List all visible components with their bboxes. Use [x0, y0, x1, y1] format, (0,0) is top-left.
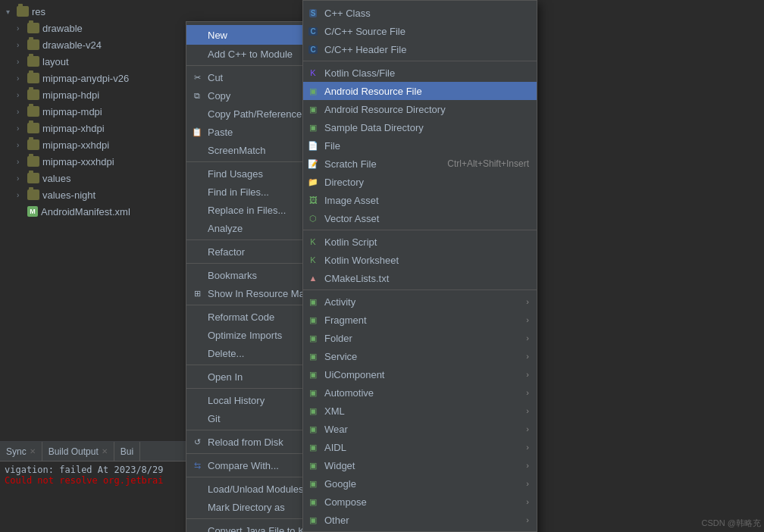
- tab-build-output[interactable]: Build Output ✕: [42, 442, 114, 461]
- submenu-arrow: ›: [526, 406, 529, 415]
- file-tree: ▾ res › drawable › drawable-v24 › layout…: [0, 0, 186, 532]
- scratch-icon: 📝: [306, 157, 320, 171]
- submenu-item-kotlin-worksheet[interactable]: K Kotlin Worksheet: [303, 251, 537, 269]
- submenu-item-image-asset[interactable]: 🖼 Image Asset: [303, 191, 537, 209]
- xml-icon: ▣: [306, 404, 320, 418]
- tree-item-mipmap-xhdpi[interactable]: › mipmap-xhdpi: [0, 120, 186, 136]
- folder-icon: [27, 139, 39, 150]
- submenu-item-service[interactable]: ▣ Service ›: [303, 347, 537, 365]
- submenu-item-directory[interactable]: 📁 Directory: [303, 173, 537, 191]
- submenu-item-vector-asset[interactable]: ⬡ Vector Asset: [303, 209, 537, 227]
- submenu-item-c-header[interactable]: C C/C++ Header File: [303, 40, 537, 58]
- tree-item-mipmap-xxhdpi[interactable]: › mipmap-xxhdpi: [0, 136, 186, 153]
- submenu-item-c-source[interactable]: C C/C++ Source File: [303, 22, 537, 40]
- menu-label: Reformat Code: [208, 311, 274, 323]
- folder-icon: [27, 56, 39, 67]
- tree-item-mipmap-hdpi[interactable]: › mipmap-hdpi: [0, 86, 186, 103]
- submenu-label: Activity: [324, 296, 355, 308]
- expand-arrow: ›: [17, 158, 27, 166]
- tree-label: mipmap-mdpi: [42, 106, 102, 117]
- submenu-label: Android Resource Directory: [324, 104, 446, 115]
- compare-icon: ⇆: [191, 459, 203, 471]
- widget-icon: ▣: [306, 458, 320, 472]
- aidl-icon: ▣: [306, 440, 320, 454]
- tab-build-close[interactable]: ✕: [102, 447, 108, 455]
- file-icon: 📄: [306, 139, 320, 152]
- tree-item-values-night[interactable]: › values-night: [0, 186, 186, 203]
- folder-icon: [27, 39, 39, 50]
- submenu-arrow: ›: [526, 370, 529, 379]
- tree-item-values[interactable]: › values: [0, 170, 186, 186]
- cmake-icon: ▲: [306, 271, 320, 285]
- submenu-arrow: ›: [526, 388, 529, 397]
- tree-item-res[interactable]: ▾ res: [0, 3, 186, 20]
- menu-label: Analyze: [208, 223, 243, 234]
- submenu-label: Widget: [324, 460, 355, 471]
- submenu-item-android-resource[interactable]: ▣ Android Resource File: [303, 82, 537, 100]
- menu-label: Local History: [208, 395, 265, 406]
- separator: [303, 289, 537, 290]
- tree-item-mipmap-mdpi[interactable]: › mipmap-mdpi: [0, 103, 186, 120]
- tree-item-layout[interactable]: › layout: [0, 53, 186, 70]
- folder-icon: [27, 106, 39, 117]
- ui-component-icon: ▣: [306, 368, 320, 381]
- other-icon: ▣: [306, 513, 320, 527]
- submenu-item-other[interactable]: ▣ Other ›: [303, 511, 537, 529]
- submenu-item-xml[interactable]: ▣ XML ›: [303, 402, 537, 420]
- submenu-item-fragment[interactable]: ▣ Fragment ›: [303, 311, 537, 329]
- submenu-label: Folder: [324, 333, 352, 344]
- submenu-item-cmake[interactable]: ▲ CMakeLists.txt: [303, 269, 537, 287]
- submenu-label: Google: [324, 478, 356, 490]
- kotlin-worksheet-icon: K: [306, 253, 320, 267]
- submenu-item-folder[interactable]: ▣ Folder ›: [303, 329, 537, 347]
- submenu-item-sample-data[interactable]: ▣ Sample Data Directory: [303, 118, 537, 136]
- submenu-item-file[interactable]: 📄 File: [303, 136, 537, 155]
- submenu-item-android-resource-dir[interactable]: ▣ Android Resource Directory: [303, 100, 537, 118]
- activity-icon: ▣: [306, 295, 320, 308]
- submenu-arrow: ›: [526, 497, 529, 506]
- submenu-label: AIDL: [324, 442, 346, 453]
- submenu-item-google[interactable]: ▣ Google ›: [303, 474, 537, 493]
- submenu-label: Kotlin Class/File: [324, 67, 395, 79]
- android-resource-dir-icon: ▣: [306, 102, 320, 116]
- submenu-item-compose[interactable]: ▣ Compose ›: [303, 493, 537, 511]
- expand-arrow: ›: [17, 41, 27, 49]
- tree-label: drawable-v24: [42, 39, 102, 51]
- bottom-content: vigation: failed At 2023/8/29 Could not …: [0, 462, 186, 489]
- tree-item-drawable-v24[interactable]: › drawable-v24: [0, 36, 186, 53]
- tab-sync-close[interactable]: ✕: [30, 447, 36, 455]
- menu-label: Find Usages: [208, 168, 263, 180]
- c-source-icon: C: [306, 24, 320, 38]
- service-icon: ▣: [306, 349, 320, 363]
- submenu-item-kotlin-class[interactable]: K Kotlin Class/File: [303, 64, 537, 82]
- submenu-item-aidl[interactable]: ▣ AIDL ›: [303, 438, 537, 456]
- menu-label: Compare With...: [208, 460, 279, 471]
- tree-item-manifest[interactable]: M AndroidManifest.xml: [0, 203, 186, 220]
- submenu-item-activity[interactable]: ▣ Activity ›: [303, 293, 537, 311]
- submenu-item-wear[interactable]: ▣ Wear ›: [303, 420, 537, 438]
- submenu-item-scratch[interactable]: 📝 Scratch File Ctrl+Alt+Shift+Insert: [303, 155, 537, 173]
- submenu-item-automotive[interactable]: ▣ Automotive ›: [303, 383, 537, 402]
- submenu-item-uicomponent[interactable]: ▣ UiComponent ›: [303, 365, 537, 383]
- submenu-arrow: ›: [526, 443, 529, 452]
- submenu-item-cpp-class[interactable]: S C++ Class: [303, 4, 537, 22]
- tree-item-mipmap-xxxhdpi[interactable]: › mipmap-xxxhdpi: [0, 153, 186, 170]
- submenu-item-widget[interactable]: ▣ Widget ›: [303, 456, 537, 474]
- folder-icon: [27, 73, 39, 83]
- c-header-icon: C: [306, 42, 320, 56]
- separator: [303, 230, 537, 230]
- tab-bui[interactable]: Bui: [114, 442, 140, 461]
- submenu-item-kotlin-script[interactable]: K Kotlin Script: [303, 233, 537, 251]
- menu-label: Open In: [208, 371, 243, 383]
- submenu-arrow: ›: [526, 297, 529, 306]
- expand-arrow: ›: [17, 174, 27, 183]
- folder-icon: [27, 173, 39, 183]
- menu-label: Load/Unload Modules...: [208, 483, 312, 495]
- menu-label: Replace in Files...: [208, 205, 286, 216]
- tree-item-mipmap-anydpi[interactable]: › mipmap-anydpi-v26: [0, 70, 186, 86]
- wear-icon: ▣: [306, 422, 320, 436]
- menu-label: Bookmarks: [208, 270, 257, 281]
- tree-item-drawable[interactable]: › drawable: [0, 20, 186, 36]
- tab-sync[interactable]: Sync ✕: [0, 442, 42, 461]
- tab-sync-label: Sync: [6, 446, 27, 457]
